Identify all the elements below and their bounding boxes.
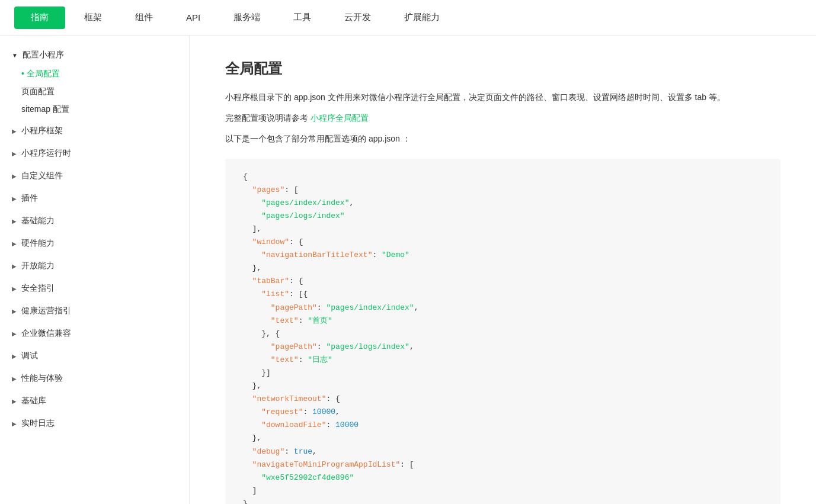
sidebar-section-plugin-label: 插件 [21, 193, 38, 204]
sidebar-section-plugin: ▶ 插件 [0, 188, 189, 208]
sidebar-section-base-capability-title[interactable]: ▶ 基础能力 [0, 211, 189, 231]
chevron-right-icon-12: ▶ [12, 375, 17, 382]
sidebar-section-base-capability: ▶ 基础能力 [0, 211, 189, 231]
sidebar-section-runtime-title[interactable]: ▶ 小程序运行时 [0, 143, 189, 163]
sidebar-section-runtime-label: 小程序运行时 [21, 148, 71, 159]
sidebar-section-debug-label: 调试 [21, 351, 38, 361]
sidebar-section-base-lib-title[interactable]: ▶ 基础库 [0, 391, 189, 411]
sidebar-section-hardware: ▶ 硬件能力 [0, 233, 189, 253]
nav-tab-api[interactable]: API [169, 0, 217, 36]
sidebar-section-custom-components-title[interactable]: ▶ 自定义组件 [0, 166, 189, 186]
main-content: 全局配置 小程序根目录下的 app.json 文件用来对微信小程序进行全局配置，… [190, 36, 816, 504]
sidebar-config-subitems: 全局配置 页面配置 sitemap 配置 [0, 65, 189, 118]
chevron-right-icon-6: ▶ [12, 240, 17, 247]
sidebar-section-config: ▼ 配置小程序 全局配置 页面配置 sitemap 配置 [0, 45, 189, 118]
chevron-right-icon-14: ▶ [12, 420, 17, 427]
sidebar-section-debug: ▶ 调试 [0, 346, 189, 366]
sidebar-section-performance: ▶ 性能与体验 [0, 368, 189, 389]
sidebar-section-wecom-label: 企业微信兼容 [21, 328, 71, 339]
sidebar-section-wecom-title[interactable]: ▶ 企业微信兼容 [0, 323, 189, 344]
sidebar-section-base-lib-label: 基础库 [21, 396, 46, 406]
sidebar-section-security: ▶ 安全指引 [0, 278, 189, 298]
sidebar-section-base-capability-label: 基础能力 [21, 216, 55, 226]
sidebar-section-framework-label: 小程序框架 [21, 126, 63, 136]
nav-tab-server[interactable]: 服务端 [217, 0, 277, 36]
chevron-right-icon-3: ▶ [12, 173, 17, 179]
sidebar-item-global-config[interactable]: 全局配置 [21, 65, 189, 83]
nav-tab-components[interactable]: 组件 [119, 0, 169, 36]
sidebar-section-runtime: ▶ 小程序运行时 [0, 143, 189, 163]
sidebar-section-config-title[interactable]: ▼ 配置小程序 [0, 45, 189, 65]
chevron-right-icon: ▶ [12, 128, 17, 134]
sidebar-section-config-label: 配置小程序 [23, 50, 64, 60]
sidebar-section-debug-title[interactable]: ▶ 调试 [0, 346, 189, 366]
nav-tab-cloud[interactable]: 云开发 [328, 0, 388, 36]
nav-tab-extend[interactable]: 扩展能力 [388, 0, 456, 36]
chevron-right-icon-9: ▶ [12, 308, 17, 314]
page-title: 全局配置 [225, 59, 780, 78]
sidebar-section-realtime-log-label: 实时日志 [21, 418, 55, 429]
sidebar-section-security-title[interactable]: ▶ 安全指引 [0, 278, 189, 298]
chevron-right-icon-10: ▶ [12, 330, 17, 337]
sidebar-section-custom-components-label: 自定义组件 [21, 171, 63, 181]
desc2-prefix: 完整配置项说明请参考 [225, 113, 308, 123]
sidebar-section-plugin-title[interactable]: ▶ 插件 [0, 188, 189, 208]
sidebar-item-page-config[interactable]: 页面配置 [21, 83, 189, 101]
chevron-right-icon-13: ▶ [12, 398, 17, 405]
sidebar: ▼ 配置小程序 全局配置 页面配置 sitemap 配置 ▶ 小程序框架 ▶ 小… [0, 36, 190, 504]
code-block: { "pages": [ "pages/index/index", "pages… [225, 159, 780, 504]
sidebar-section-health-title[interactable]: ▶ 健康运营指引 [0, 301, 189, 321]
sidebar-section-open-capability-title[interactable]: ▶ 开放能力 [0, 256, 189, 276]
sidebar-section-open-capability: ▶ 开放能力 [0, 256, 189, 276]
nav-tab-framework[interactable]: 框架 [68, 0, 119, 36]
sidebar-section-performance-label: 性能与体验 [21, 373, 63, 384]
sidebar-section-realtime-log: ▶ 实时日志 [0, 413, 189, 434]
nav-tab-tools[interactable]: 工具 [277, 0, 328, 36]
sidebar-section-hardware-label: 硬件能力 [21, 238, 55, 249]
sidebar-section-custom-components: ▶ 自定义组件 [0, 166, 189, 186]
chevron-down-icon: ▼ [12, 52, 18, 59]
sidebar-section-realtime-log-title[interactable]: ▶ 实时日志 [0, 413, 189, 434]
sidebar-section-wecom: ▶ 企业微信兼容 [0, 323, 189, 344]
chevron-right-icon-5: ▶ [12, 218, 17, 224]
sidebar-section-health: ▶ 健康运营指引 [0, 301, 189, 321]
sidebar-section-framework: ▶ 小程序框架 [0, 121, 189, 141]
top-navigation: 指南 框架 组件 API 服务端 工具 云开发 扩展能力 [0, 0, 816, 36]
sidebar-section-hardware-title[interactable]: ▶ 硬件能力 [0, 233, 189, 253]
chevron-right-icon-11: ▶ [12, 353, 17, 359]
sidebar-section-security-label: 安全指引 [21, 283, 55, 294]
description-3: 以下是一个包含了部分常用配置选项的 app.json ： [225, 131, 780, 146]
sidebar-section-open-capability-label: 开放能力 [21, 261, 55, 271]
sidebar-item-sitemap-config[interactable]: sitemap 配置 [21, 101, 189, 118]
description-2: 完整配置项说明请参考 小程序全局配置 [225, 111, 780, 126]
description-1: 小程序根目录下的 app.json 文件用来对微信小程序进行全局配置，决定页面文… [225, 90, 780, 105]
sidebar-section-framework-title[interactable]: ▶ 小程序框架 [0, 121, 189, 141]
nav-tab-guide[interactable]: 指南 [14, 7, 65, 29]
chevron-right-icon-7: ▶ [12, 263, 17, 269]
chevron-right-icon-4: ▶ [12, 195, 17, 202]
sidebar-section-base-lib: ▶ 基础库 [0, 391, 189, 411]
main-layout: ▼ 配置小程序 全局配置 页面配置 sitemap 配置 ▶ 小程序框架 ▶ 小… [0, 36, 816, 504]
chevron-right-icon-2: ▶ [12, 150, 17, 157]
global-config-link[interactable]: 小程序全局配置 [311, 113, 369, 123]
sidebar-section-health-label: 健康运营指引 [21, 306, 71, 316]
chevron-right-icon-8: ▶ [12, 285, 17, 292]
sidebar-section-performance-title[interactable]: ▶ 性能与体验 [0, 368, 189, 389]
